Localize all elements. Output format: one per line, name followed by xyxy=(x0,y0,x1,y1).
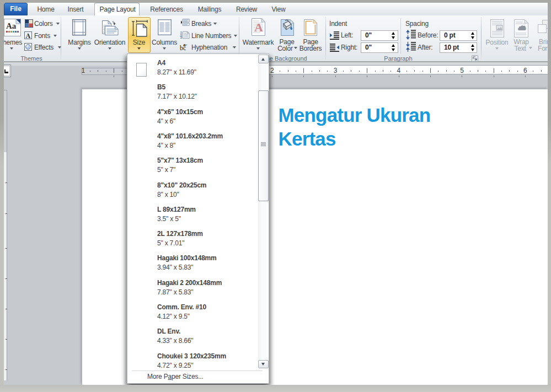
svg-text:A: A xyxy=(254,20,263,34)
svg-text:Aa: Aa xyxy=(6,22,17,30)
svg-text:A: A xyxy=(26,32,31,40)
svg-text:a-: a- xyxy=(183,42,188,47)
svg-text:3: 3 xyxy=(180,36,182,39)
